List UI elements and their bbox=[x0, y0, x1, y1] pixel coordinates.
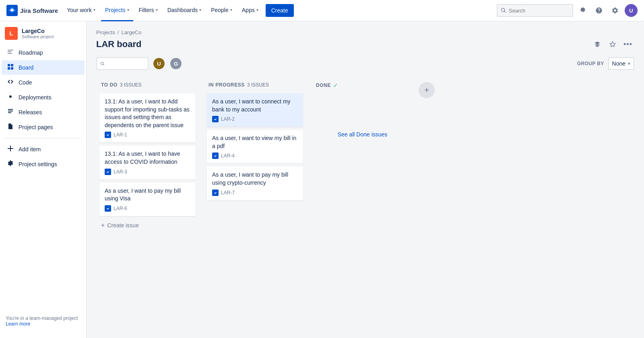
project-avatar: L bbox=[5, 27, 18, 40]
done-header: DONE ✓ bbox=[314, 82, 411, 90]
autodev-button[interactable] bbox=[591, 38, 604, 51]
issue-type-icon bbox=[212, 116, 219, 122]
column-done: DONE ✓ See all Done issues bbox=[311, 78, 414, 179]
column-todo: TO DO 3 ISSUES 13.1: As a user, I want t… bbox=[96, 78, 199, 235]
nav-filters[interactable]: Filters ▾ bbox=[135, 0, 162, 21]
member-avatar-2[interactable]: G bbox=[169, 57, 182, 70]
notifications-button[interactable] bbox=[576, 4, 589, 17]
issue-key: LAR-7 bbox=[221, 190, 235, 196]
project-type: Software project bbox=[22, 34, 54, 39]
app-body: L LargeCo Software project Roadmap Board bbox=[0, 21, 644, 338]
issue-key: LAR-4 bbox=[221, 153, 235, 159]
issue-type-icon bbox=[105, 169, 111, 175]
nav-apps[interactable]: Apps ▾ bbox=[238, 0, 262, 21]
main-content: Projects / LargeCo LAR board ••• bbox=[87, 21, 644, 338]
issue-card-lar3[interactable]: 13.1: As a user, I want to have access t… bbox=[99, 146, 196, 179]
svg-point-5 bbox=[9, 95, 12, 98]
nav-projects[interactable]: Projects ▾ bbox=[101, 0, 133, 21]
issue-footer: LAR-6 bbox=[105, 205, 190, 212]
nav-dashboards[interactable]: Dashboards ▾ bbox=[163, 0, 206, 21]
issue-card-lar4[interactable]: As a user, I want to view my bill in a p… bbox=[207, 130, 303, 163]
issue-title: 13.1: As a user, I want to Add support f… bbox=[105, 98, 190, 129]
issue-title: 13.1: As a user, I want to have access t… bbox=[105, 150, 190, 166]
releases-icon bbox=[6, 108, 14, 116]
nav-your-work[interactable]: Your work ▾ bbox=[63, 0, 99, 21]
add-item-icon bbox=[6, 145, 14, 153]
svg-rect-2 bbox=[11, 64, 13, 66]
issue-footer: LAR-2 bbox=[212, 116, 298, 122]
projects-chevron: ▾ bbox=[127, 8, 129, 12]
sidebar-item-project-pages[interactable]: Project pages bbox=[2, 120, 85, 134]
svg-rect-3 bbox=[8, 67, 10, 70]
issue-type-icon bbox=[212, 153, 219, 159]
topnav-right: U bbox=[497, 4, 638, 17]
inprogress-title: IN PROGRESS bbox=[208, 82, 245, 88]
sidebar-item-board[interactable]: Board bbox=[2, 60, 85, 75]
autodev-icon bbox=[594, 41, 601, 47]
board-search-input[interactable] bbox=[107, 61, 144, 67]
logo[interactable]: Jira Software bbox=[6, 5, 58, 16]
settings-icon bbox=[6, 160, 14, 168]
board-search[interactable] bbox=[96, 57, 149, 70]
learn-more-link[interactable]: Learn more bbox=[6, 321, 30, 327]
people-chevron: ▾ bbox=[230, 8, 232, 12]
sidebar-item-project-settings[interactable]: Project settings bbox=[2, 157, 85, 171]
topnav: Jira Software Your work ▾ Projects ▾ Fil… bbox=[0, 0, 644, 21]
breadcrumb-project[interactable]: LargeCo bbox=[122, 29, 142, 35]
code-icon bbox=[6, 78, 14, 87]
add-column-button[interactable]: + bbox=[419, 82, 435, 98]
create-issue-button[interactable]: + Create issue bbox=[99, 219, 196, 231]
search-box[interactable] bbox=[497, 4, 573, 17]
star-button[interactable] bbox=[606, 38, 619, 51]
column-inprogress: IN PROGRESS 3 ISSUES As a user, I want t… bbox=[204, 78, 306, 204]
issue-title: As a user, I want to pay my bill using c… bbox=[212, 171, 298, 187]
sidebar-footer: You're in a team-managed project Learn m… bbox=[0, 311, 86, 332]
issue-footer: LAR-4 bbox=[212, 153, 298, 159]
issue-footer: LAR-7 bbox=[212, 190, 298, 196]
issue-key: LAR-3 bbox=[114, 169, 127, 175]
inprogress-header: IN PROGRESS 3 ISSUES bbox=[207, 82, 303, 89]
issue-footer: LAR-3 bbox=[105, 169, 190, 175]
breadcrumb: Projects / LargeCo bbox=[96, 29, 634, 35]
issue-type-icon bbox=[105, 205, 111, 212]
sidebar-project-header[interactable]: L LargeCo Software project bbox=[0, 21, 86, 44]
issue-card-lar7[interactable]: As a user, I want to pay my bill using c… bbox=[207, 167, 303, 200]
sidebar-item-roadmap[interactable]: Roadmap bbox=[2, 45, 85, 60]
board-toolbar: U G GROUP BY None ▾ bbox=[96, 57, 634, 70]
more-button[interactable]: ••• bbox=[621, 38, 634, 51]
dashboards-chevron: ▾ bbox=[199, 8, 201, 12]
inprogress-count: 3 ISSUES bbox=[247, 82, 269, 88]
user-avatar[interactable]: U bbox=[625, 4, 638, 17]
issue-footer: LAR-1 bbox=[105, 132, 190, 138]
breadcrumb-separator: / bbox=[118, 29, 119, 35]
logo-text: Jira Software bbox=[20, 7, 58, 14]
project-name: LargeCo bbox=[22, 28, 54, 34]
filters-chevron: ▾ bbox=[156, 8, 158, 12]
sidebar-item-deployments[interactable]: Deployments bbox=[2, 90, 85, 105]
issue-card-lar6[interactable]: As a user, I want to pay my bill using V… bbox=[99, 183, 196, 216]
help-button[interactable] bbox=[592, 4, 605, 17]
breadcrumb-projects[interactable]: Projects bbox=[96, 29, 115, 35]
see-all-done[interactable]: See all Done issues bbox=[314, 94, 411, 175]
todo-count: 3 ISSUES bbox=[120, 82, 142, 88]
create-button[interactable]: Create bbox=[266, 4, 294, 17]
issue-card-lar2[interactable]: As a user, I want to connect my bank to … bbox=[207, 93, 303, 127]
sidebar-item-releases[interactable]: Releases bbox=[2, 105, 85, 120]
group-by-select[interactable]: None ▾ bbox=[608, 57, 634, 70]
sidebar-item-add-item[interactable]: Add item bbox=[2, 142, 85, 157]
member-avatar-1[interactable]: U bbox=[153, 57, 165, 70]
svg-rect-1 bbox=[8, 64, 10, 66]
issue-key: LAR-2 bbox=[221, 116, 235, 122]
issue-key: LAR-6 bbox=[114, 206, 127, 211]
search-icon bbox=[501, 8, 506, 13]
settings-button[interactable] bbox=[609, 4, 621, 17]
bell-icon bbox=[579, 7, 586, 14]
issue-title: As a user, I want to connect my bank to … bbox=[212, 98, 298, 113]
search-input[interactable] bbox=[509, 8, 569, 14]
issue-card-lar1[interactable]: 13.1: As a user, I want to Add support f… bbox=[99, 93, 196, 142]
nav-people[interactable]: People ▾ bbox=[207, 0, 236, 21]
board-title: LAR board bbox=[96, 39, 141, 49]
sidebar-item-code[interactable]: Code bbox=[2, 75, 85, 90]
svg-rect-4 bbox=[11, 67, 13, 70]
board-search-icon bbox=[100, 61, 105, 66]
